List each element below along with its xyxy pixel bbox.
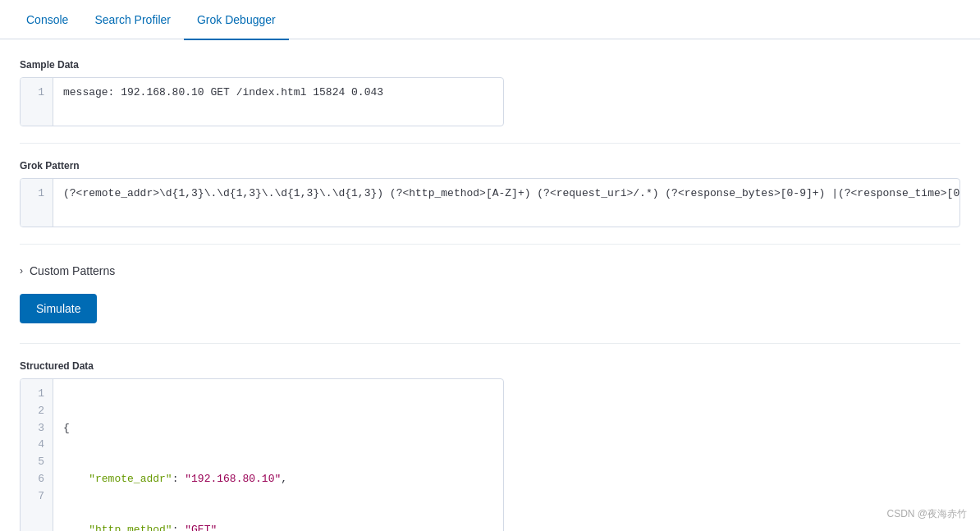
structured-data-section: Structured Data 1 2 3 4 5 6 7 { "remote_…	[20, 360, 960, 531]
grok-pattern-line-numbers: 1	[21, 179, 53, 227]
tab-grok-debugger[interactable]: Grok Debugger	[184, 1, 289, 40]
structured-data-content[interactable]: { "remote_addr": "192.168.80.10", "http_…	[53, 379, 503, 531]
structured-data-line-numbers: 1 2 3 4 5 6 7	[21, 379, 53, 531]
json-line-2: "remote_addr": "192.168.80.10",	[63, 471, 493, 488]
main-content: Sample Data 1 message: 192.168.80.10 GET…	[0, 39, 980, 531]
simulate-button[interactable]: Simulate	[20, 294, 97, 323]
sample-data-label: Sample Data	[20, 59, 960, 71]
sample-data-content[interactable]: message: 192.168.80.10 GET /index.html 1…	[53, 78, 503, 126]
custom-patterns-row[interactable]: › Custom Patterns	[20, 261, 960, 281]
json-line-1: {	[63, 420, 493, 437]
grok-pattern-content[interactable]: (?<remote_addr>\d{1,3}\.\d{1,3}\.\d{1,3}…	[53, 179, 960, 227]
chevron-right-icon: ›	[20, 265, 23, 277]
custom-patterns-label: Custom Patterns	[30, 264, 115, 277]
sample-data-editor[interactable]: 1 message: 192.168.80.10 GET /index.html…	[20, 77, 504, 126]
sample-data-line-numbers: 1	[21, 78, 53, 126]
grok-pattern-section: Grok Pattern 1 (?<remote_addr>\d{1,3}\.\…	[20, 160, 960, 227]
json-line-3: "http_method": "GET",	[63, 522, 493, 531]
structured-data-editor[interactable]: 1 2 3 4 5 6 7 { "remote_addr": "192.168.…	[20, 378, 504, 531]
structured-data-label: Structured Data	[20, 360, 960, 372]
watermark: CSDN @夜海赤竹	[886, 507, 967, 521]
divider-3	[20, 343, 960, 344]
grok-pattern-label: Grok Pattern	[20, 160, 960, 172]
top-nav: Console Search Profiler Grok Debugger	[0, 0, 980, 39]
divider-2	[20, 244, 960, 245]
sample-data-section: Sample Data 1 message: 192.168.80.10 GET…	[20, 59, 960, 126]
tab-console[interactable]: Console	[13, 1, 81, 40]
tab-search-profiler[interactable]: Search Profiler	[81, 1, 184, 40]
divider-1	[20, 143, 960, 144]
grok-pattern-editor[interactable]: 1 (?<remote_addr>\d{1,3}\.\d{1,3}\.\d{1,…	[20, 178, 960, 227]
